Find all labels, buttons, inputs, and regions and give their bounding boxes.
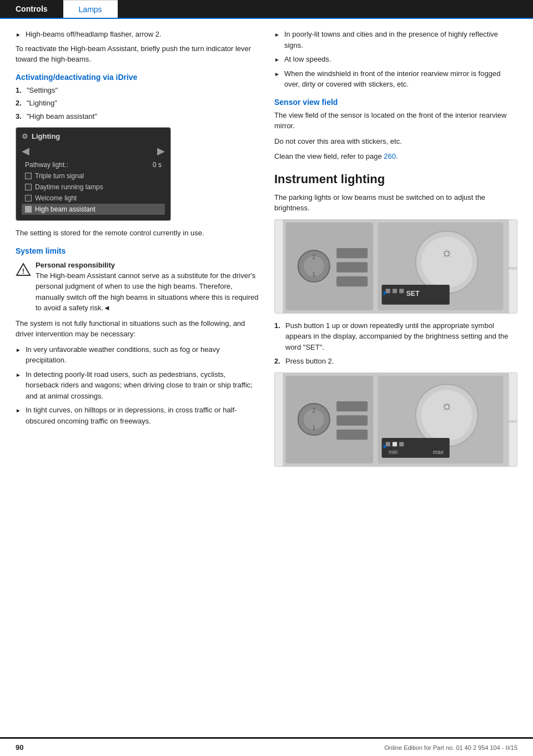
svg-rect-9 <box>336 262 368 272</box>
idrive-nav-left-icon: ◀ <box>22 145 29 157</box>
sensor-para3-text: Clean the view field, refer to page <box>274 152 382 160</box>
idrive-welcome-row: Welcome light <box>22 193 165 204</box>
reactivate-para: To reactivate the High-beam Assistant, b… <box>16 43 259 65</box>
sensor-para3-end: . <box>396 152 398 160</box>
system-not-functional-para: The system is not fully functional in si… <box>16 318 259 340</box>
svg-rect-10 <box>336 276 368 286</box>
sensor-para2: Do not cover this area with stickers, et… <box>274 136 517 147</box>
section-limits-heading: System limits <box>16 246 259 255</box>
idrive-daytime-label: Daytime running lamps <box>35 183 103 191</box>
bullet-low-speeds-text: At low speeds. <box>284 54 331 65</box>
svg-text:1: 1 <box>313 424 316 430</box>
svg-text:!: ! <box>22 267 24 275</box>
arrow-icon-windshield: ► <box>274 70 280 78</box>
svg-rect-8 <box>336 248 368 258</box>
bullet-poorly-lit: ► In poorly-lit towns and cities and in … <box>274 29 517 51</box>
footer-info: Online Edition for Part no. 01 40 2 954 … <box>384 744 517 751</box>
idrive-daytime-left: Daytime running lamps <box>25 183 103 191</box>
idrive-pathway-row: Pathway light.: 0 s <box>22 159 165 170</box>
page-header: Controls Lamps <box>0 0 533 18</box>
idrive-welcome-label: Welcome light <box>35 194 77 202</box>
warning-text: The High-beam Assistant cannot serve as … <box>36 270 259 314</box>
bullet-weather: ► In very unfavorable weather conditions… <box>16 344 259 366</box>
step-text-2: "Lighting" <box>27 98 57 109</box>
idrive-nav-right-icon: ▶ <box>157 145 165 157</box>
arrow-icon: ► <box>16 31 21 39</box>
bullet-curves-text: In tight curves, on hilltops or in depre… <box>26 405 259 426</box>
arrow-icon-weather: ► <box>16 346 21 354</box>
step-num-3: 3. <box>16 111 27 122</box>
sensor-para1: The view field of the sensor is located … <box>274 110 517 132</box>
right-column: ► In poorly-lit towns and cities and in … <box>274 29 517 473</box>
idrive-highbeam-label: High beam assistant <box>35 205 95 213</box>
warning-box: ! Personal responsibility The High-beam … <box>16 261 259 314</box>
bullet-road-users-text: In detecting poorly-lit road users, such… <box>26 369 259 402</box>
svg-text:☼: ☼ <box>441 245 452 259</box>
idrive-triple-row: Triple turn signal <box>22 170 165 182</box>
bullet-windshield-text: When the windshield in front of the inte… <box>284 68 517 90</box>
instrument-steps: 1. Push button 1 up or down repeatedly u… <box>274 320 517 367</box>
svg-text:MA10S8ODDAAM: MA10S8ODDAAM <box>508 419 517 423</box>
svg-text:MA10S8ODDAAM: MA10S8ODDAAM <box>508 265 517 270</box>
section-sensor-heading: Sensor view field <box>274 98 517 107</box>
instrument-image-set: 2 1 ☼ <box>274 219 517 314</box>
sensor-para3: Clean the view field, refer to page 260. <box>274 151 517 162</box>
idrive-screenshot: ⚙ Lighting ◀ ▶ Pathway light.: 0 s Tripl… <box>16 127 171 221</box>
svg-rect-36 <box>386 442 390 446</box>
arrow-icon-road: ► <box>16 371 21 379</box>
warning-triangle-icon: ! <box>16 262 31 278</box>
sensor-page-ref[interactable]: 260 <box>384 152 396 160</box>
idrive-pathway-label: Pathway light.: <box>25 161 68 169</box>
idrive-triple-checkbox <box>25 173 32 179</box>
arrow-icon-curves: ► <box>16 406 21 415</box>
svg-rect-38 <box>399 442 404 446</box>
svg-rect-17 <box>393 289 397 293</box>
svg-text:SET: SET <box>406 290 420 298</box>
bullet-highbeams-text: High-beams off/headlamp flasher, arrow 2… <box>26 29 162 40</box>
idrive-welcome-checkbox <box>25 195 32 201</box>
svg-rect-30 <box>336 429 368 439</box>
svg-rect-37 <box>393 442 397 446</box>
idrive-steps: 1. "Settings" 2. "Lighting" 3. "High bea… <box>16 85 259 122</box>
instrument-step-text-1: Push button 1 up or down repeatedly unti… <box>285 320 517 353</box>
instrument-para: The parking lights or low beams must be … <box>274 192 517 214</box>
svg-point-13 <box>421 236 472 288</box>
arrow-icon-low-speeds: ► <box>274 56 280 64</box>
svg-text:☼: ☼ <box>441 399 452 412</box>
instrument-step-2: 2. Press button 2. <box>274 356 517 367</box>
step-num-1: 1. <box>16 85 27 96</box>
idrive-step-2: 2. "Lighting" <box>16 98 259 109</box>
svg-text:2: 2 <box>313 407 316 414</box>
idrive-settings-icon: ⚙ <box>22 132 28 140</box>
instrument-step-1: 1. Push button 1 up or down repeatedly u… <box>274 320 517 353</box>
tab-lamps[interactable]: Lamps <box>63 0 118 18</box>
svg-rect-18 <box>399 289 404 293</box>
tab-controls[interactable]: Controls <box>0 0 63 18</box>
svg-rect-28 <box>336 401 368 411</box>
bullet-highbeams: ► High-beams off/headlamp flasher, arrow… <box>16 29 259 40</box>
step-text-1: "Settings" <box>27 85 58 96</box>
idrive-welcome-left: Welcome light <box>25 194 77 202</box>
idrive-daytime-checkbox <box>25 184 32 190</box>
svg-text:max: max <box>433 448 444 455</box>
arrow-icon-poorly-lit: ► <box>274 31 280 39</box>
idrive-title-text: Lighting <box>32 132 60 140</box>
svg-point-33 <box>421 390 472 441</box>
section-instrument-heading: Instrument lighting <box>274 172 517 187</box>
bullet-weather-text: In very unfavorable weather conditions, … <box>26 344 259 366</box>
warning-content: Personal responsibility The High-beam As… <box>36 261 259 314</box>
idrive-daytime-row: Daytime running lamps <box>22 182 165 193</box>
step-num-2: 2. <box>16 98 27 109</box>
bullet-curves: ► In tight curves, on hilltops or in dep… <box>16 405 259 426</box>
idrive-highbeam-checkbox <box>25 206 32 213</box>
idrive-nav-row: ◀ ▶ <box>22 145 165 157</box>
section-idrive-heading: Activating/deactivating via iDrive <box>16 73 259 82</box>
page-footer: 90 Online Edition for Part no. 01 40 2 9… <box>0 737 533 756</box>
warning-title: Personal responsibility <box>36 261 259 269</box>
instrument-step-num-1: 1. <box>274 320 285 331</box>
instrument-svg-minmax: 2 1 ☼ min <box>275 373 517 466</box>
idrive-highbeam-left: High beam assistant <box>25 205 95 213</box>
svg-text:1: 1 <box>313 271 316 277</box>
idrive-triple-left: Triple turn signal <box>25 172 84 180</box>
svg-text:2: 2 <box>313 254 316 260</box>
